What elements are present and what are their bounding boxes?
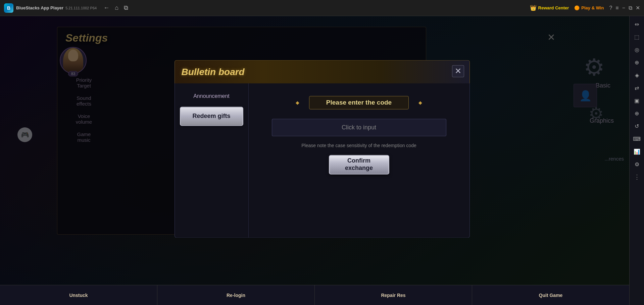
bulletin-title: Bulletin board <box>182 67 245 77</box>
back-button[interactable]: ← <box>103 4 109 11</box>
sidebar-location-icon[interactable]: ⊕ <box>632 57 642 68</box>
restore-button[interactable]: ⧉ <box>629 5 632 11</box>
bulletin-content: Please enter the code Please note the ca… <box>249 83 469 237</box>
bulletin-body: Announcement Redeem gifts Please enter t… <box>175 83 470 238</box>
sidebar-settings-gear-icon[interactable]: ⚙ <box>632 159 642 170</box>
quit-game-button[interactable]: Quit Game <box>472 285 629 305</box>
sidebar-expand-icon[interactable]: ⇔ <box>632 19 642 29</box>
tabs-button[interactable]: ⧉ <box>124 4 128 11</box>
minimize-button[interactable]: − <box>622 5 625 11</box>
reward-center-button[interactable]: 👑 Reward Center <box>530 5 569 11</box>
sidebar-camera-icon[interactable]: ◎ <box>632 44 642 55</box>
relogin-button[interactable]: Re-login <box>157 285 315 305</box>
right-sidebar: ⇔ ⬚ ◎ ⊕ ◈ ⇄ ▣ ⊕ ↺ ⌨ 📊 ⚙ ⋮ <box>629 16 644 305</box>
app-version: 5.21.111.1002 P64 <box>65 6 97 10</box>
bulletin-header: Bulletin board ✕ <box>175 60 470 83</box>
play-win-label: Play & Win <box>581 5 604 10</box>
sidebar-grid-icon[interactable]: ▣ <box>632 95 642 106</box>
sidebar-rotate-icon[interactable]: ⇄ <box>632 82 642 93</box>
close-button[interactable]: ✕ <box>636 5 640 11</box>
unstuck-button[interactable]: Unstuck <box>0 285 157 305</box>
sidebar-refresh-icon[interactable]: ↺ <box>632 121 642 131</box>
sidebar-gamepad-icon[interactable]: ◈ <box>632 70 642 80</box>
bulletin-tabs: Announcement Redeem gifts <box>175 83 249 237</box>
code-title-text: Please enter the code <box>309 96 409 109</box>
repair-res-button[interactable]: Repair Res <box>315 285 472 305</box>
sidebar-add-icon[interactable]: ⊕ <box>632 108 642 119</box>
menu-button[interactable]: ≡ <box>615 5 618 11</box>
tab-announcement[interactable]: Announcement <box>180 90 243 103</box>
tab-redeem-gifts[interactable]: Redeem gifts <box>180 107 243 126</box>
app-name: BlueStacks App Player <box>16 5 63 10</box>
sidebar-more-icon[interactable]: ⋮ <box>632 172 642 182</box>
topbar: B BlueStacks App Player 5.21.111.1002 P6… <box>0 0 644 16</box>
reward-center-label: Reward Center <box>538 5 569 10</box>
confirm-exchange-button[interactable]: Confirm exchange <box>329 155 389 174</box>
code-case-note: Please note the case sensitivity of the … <box>301 143 416 148</box>
crown-icon: 👑 <box>530 5 537 11</box>
bulletin-dialog: Bulletin board ✕ Announcement Redeem gif… <box>175 60 470 238</box>
topbar-right: 👑 Reward Center 🟠 Play & Win ? ≡ − ⧉ ✕ <box>530 5 640 11</box>
play-win-button[interactable]: 🟠 Play & Win <box>574 5 604 10</box>
topbar-actions: ? ≡ − ⧉ ✕ <box>609 5 640 11</box>
confirm-label-line1: Confirm <box>347 158 370 165</box>
help-button[interactable]: ? <box>609 5 612 11</box>
code-title-badge: Please enter the code <box>296 93 422 112</box>
bulletin-close-button[interactable]: ✕ <box>452 65 464 77</box>
bottom-bar: Unstuck Re-login Repair Res Quit Game <box>0 285 629 305</box>
confirm-label-line2: exchange <box>345 165 373 172</box>
app-logo: B <box>4 3 13 13</box>
sidebar-macro-icon[interactable]: ⌨ <box>632 133 642 144</box>
play-icon: 🟠 <box>574 5 580 10</box>
topbar-nav: ← ⌂ ⧉ <box>103 4 128 11</box>
home-button[interactable]: ⌂ <box>115 4 118 11</box>
code-input[interactable] <box>272 119 446 136</box>
sidebar-screenshot-icon[interactable]: ⬚ <box>632 32 642 42</box>
code-input-wrapper[interactable] <box>272 119 446 136</box>
sidebar-performance-icon[interactable]: 📊 <box>632 146 642 157</box>
